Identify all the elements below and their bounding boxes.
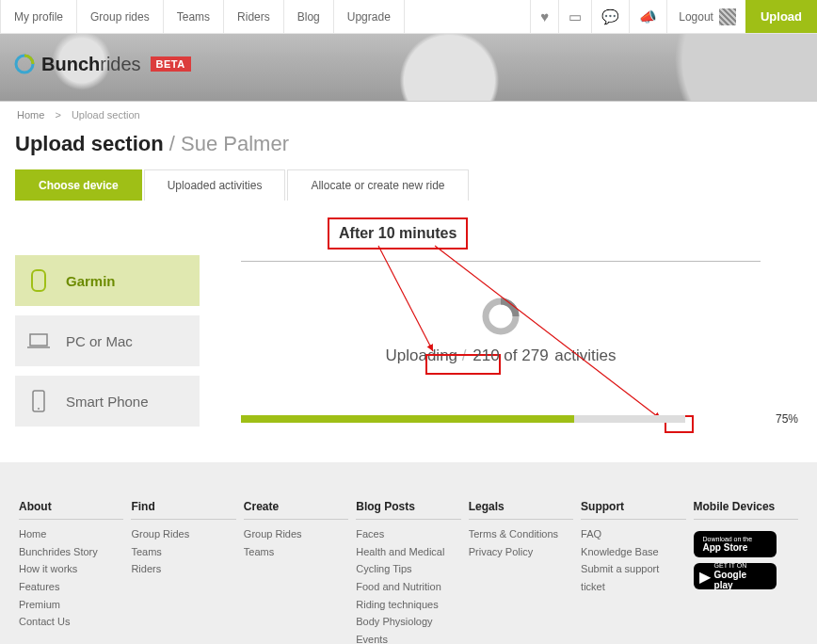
footer-link[interactable]: Terms & Conditions <box>469 525 573 543</box>
footer-col-mobile: Mobile Devices Download on theApp Store … <box>694 500 798 644</box>
breadcrumb: Home > Upload section <box>0 102 817 128</box>
comment-icon[interactable]: 💬 <box>591 0 629 33</box>
footer-col-about: About Home Bunchrides Story How it works… <box>19 500 123 644</box>
uploading-counts: 210 of 279 <box>471 346 550 365</box>
brand-bold: Bunch <box>41 54 100 74</box>
progress-fill <box>241 415 574 423</box>
progress-bar <box>241 415 685 423</box>
footer-link[interactable]: Submit a support ticket <box>581 560 685 595</box>
logout-label: Logout <box>679 10 713 24</box>
page-title: Upload section / Sue Palmer <box>0 128 817 169</box>
device-garmin-label: Garmin <box>66 273 116 289</box>
footer-link[interactable]: Privacy Policy <box>469 543 573 561</box>
uploading-prefix: Uploading <box>385 346 457 364</box>
tab-allocate-ride[interactable]: Allocate or create new ride <box>287 169 468 201</box>
brand-light: rides <box>100 54 140 74</box>
device-pc-mac-label: PC or Mac <box>66 333 133 349</box>
play-small: GET IT ON <box>714 562 747 569</box>
spinner-icon <box>478 294 523 339</box>
upload-panel: After 10 minutes Uploading / 210 <box>200 201 802 436</box>
footer-link[interactable]: Health and Medical <box>356 543 460 561</box>
announcement-icon[interactable]: 📣 <box>629 0 666 33</box>
footer-heading-blog: Blog Posts <box>356 500 460 520</box>
upload-status: Uploading / 210 of 279 activities <box>200 262 802 365</box>
footer-link[interactable]: Events <box>356 631 460 644</box>
main-content: Garmin PC or Mac Smart Phone After 10 mi… <box>0 201 817 455</box>
footer-link[interactable]: Contact Us <box>19 613 123 631</box>
footer-link[interactable]: Group Rides <box>131 525 235 543</box>
footer-link[interactable]: Teams <box>131 543 235 561</box>
footer-link[interactable]: Riding techniques <box>356 596 460 614</box>
googleplay-icon: ▶ <box>699 568 711 586</box>
footer-heading-mobile: Mobile Devices <box>694 500 798 520</box>
beta-badge: BETA <box>151 56 191 72</box>
device-list: Garmin PC or Mac Smart Phone <box>15 201 200 436</box>
footer-heading-create: Create <box>244 500 348 520</box>
device-smart-phone[interactable]: Smart Phone <box>15 376 200 427</box>
logo-icon <box>13 53 36 75</box>
nav-blog[interactable]: Blog <box>284 0 334 33</box>
nav-my-profile[interactable]: My profile <box>0 0 77 33</box>
progress-percent: 75% <box>772 411 802 427</box>
footer-link[interactable]: Bunchrides Story <box>19 543 123 561</box>
tab-uploaded-activities[interactable]: Uploaded activities <box>144 169 286 201</box>
footer-link[interactable]: Home <box>19 525 123 543</box>
title-section: Upload section <box>15 132 164 155</box>
book-icon[interactable]: ▭ <box>558 0 591 33</box>
nav-teams[interactable]: Teams <box>164 0 224 33</box>
footer-link[interactable]: FAQ <box>581 525 685 543</box>
svg-rect-1 <box>32 270 45 291</box>
footer-link[interactable]: Group Rides <box>244 525 348 543</box>
footer-link[interactable]: Features <box>19 578 123 596</box>
nav-group-rides[interactable]: Group rides <box>77 0 164 33</box>
title-user: Sue Palmer <box>181 132 289 155</box>
uploading-text: Uploading / 210 of 279 activities <box>200 346 802 365</box>
footer-heading-about: About <box>19 500 123 520</box>
laptop-icon <box>26 328 51 354</box>
footer-link[interactable]: Body Physiology <box>356 613 460 631</box>
tab-choose-device[interactable]: Choose device <box>15 169 142 201</box>
footer-link[interactable]: Food and Nutrition <box>356 578 460 596</box>
footer-link[interactable]: Cycling Tips <box>356 560 460 578</box>
annotation-after-10-minutes: After 10 minutes <box>328 217 468 250</box>
device-smart-phone-label: Smart Phone <box>66 394 149 410</box>
footer-link[interactable]: Teams <box>244 543 348 561</box>
logout-link[interactable]: Logout <box>666 0 745 33</box>
footer-col-blog: Blog Posts Faces Health and Medical Cycl… <box>356 500 460 644</box>
play-big: Google play <box>714 570 746 590</box>
tabs: Choose device Uploaded activities Alloca… <box>0 169 817 201</box>
footer-link[interactable]: Knowledge Base <box>581 543 685 561</box>
breadcrumb-current: Upload section <box>72 109 140 121</box>
footer-link[interactable]: Faces <box>356 525 460 543</box>
nav-riders[interactable]: Riders <box>224 0 284 33</box>
nav-left: My profile Group rides Teams Riders Blog… <box>0 0 530 33</box>
footer-col-legals: Legals Terms & Conditions Privacy Policy <box>469 500 573 644</box>
garmin-icon <box>26 267 51 294</box>
upload-button[interactable]: Upload <box>745 0 817 33</box>
googleplay-badge[interactable]: ▶ GET IT ONGoogle play <box>694 563 777 589</box>
appstore-small: Download on the <box>703 536 753 542</box>
smartphone-icon <box>26 388 51 414</box>
breadcrumb-sep: > <box>55 109 60 121</box>
appstore-badge[interactable]: Download on theApp Store <box>694 531 777 557</box>
heart-icon[interactable]: ♥ <box>530 0 558 33</box>
uploading-suffix: activities <box>554 346 616 364</box>
brand-name: Bunchrides <box>41 54 141 75</box>
footer-heading-find: Find <box>131 500 235 520</box>
breadcrumb-home[interactable]: Home <box>17 109 44 121</box>
footer-link[interactable]: How it works <box>19 560 123 578</box>
footer: About Home Bunchrides Story How it works… <box>0 462 817 644</box>
nav-right: ♥ ▭ 💬 📣 Logout Upload <box>530 0 817 33</box>
appstore-big: App Store <box>703 542 748 553</box>
footer-col-create: Create Group Rides Teams <box>244 500 348 644</box>
device-garmin[interactable]: Garmin <box>15 255 200 306</box>
footer-link[interactable]: Riders <box>131 560 235 578</box>
nav-upgrade[interactable]: Upgrade <box>334 0 405 33</box>
footer-col-support: Support FAQ Knowledge Base Submit a supp… <box>581 500 685 644</box>
progress-row: 75% <box>200 411 802 427</box>
footer-heading-support: Support <box>581 500 685 520</box>
footer-heading-legals: Legals <box>469 500 573 520</box>
footer-link[interactable]: Premium <box>19 596 123 614</box>
device-pc-mac[interactable]: PC or Mac <box>15 315 200 366</box>
avatar <box>719 8 736 25</box>
